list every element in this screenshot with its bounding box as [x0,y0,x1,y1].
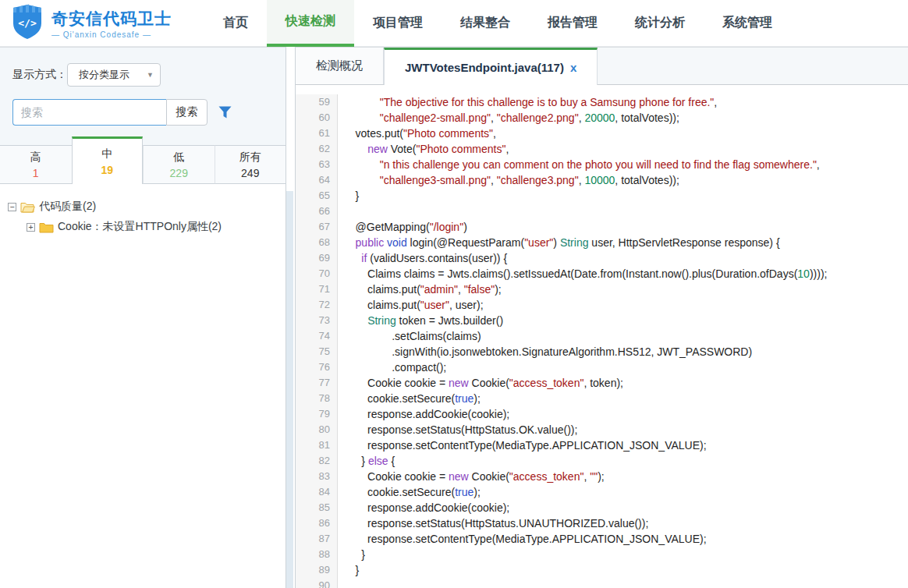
code-line: 64 "challenge3-small.png", "challenge3.p… [296,172,908,188]
line-number: 87 [296,531,338,547]
line-number: 75 [296,344,338,360]
line-number: 82 [296,453,338,469]
close-tab-icon[interactable]: x [570,61,576,74]
collapse-icon[interactable]: − [8,203,16,211]
line-number: 83 [296,469,338,484]
code-line: 87 response.setContentType(MediaType.APP… [296,531,908,547]
code-line: 80 response.setStatus(HttpStatus.OK.valu… [296,422,908,437]
code-line: 72 claims.put("user", user); [296,297,908,313]
line-number: 86 [296,515,338,531]
display-mode-label: 显示方式： [12,68,67,82]
line-number: 85 [296,500,338,515]
code-text: response.setContentType(MediaType.APPLIC… [338,437,707,453]
code-text: Cookie cookie = new Cookie("access_token… [338,375,623,391]
line-number: 69 [296,250,338,266]
line-number: 72 [296,297,338,313]
code-text: response.setContentType(MediaType.APPLIC… [338,531,707,547]
code-line: 73 String token = Jwts.builder() [296,313,908,328]
code-text: } [338,188,359,204]
search-input[interactable] [12,99,166,126]
line-number: 70 [296,266,338,282]
line-number: 76 [296,360,338,375]
sidebar-controls: 显示方式： 按分类显示 ▼ 搜索 [0,48,286,136]
code-line: 85 response.addCookie(cookie); [296,500,908,515]
code-text: Claims claims = Jwts.claims().setIssuedA… [338,266,827,282]
line-number: 65 [296,188,338,204]
line-number: 84 [296,484,338,500]
code-text: response.setStatus(HttpStatus.UNAUTHORIZ… [338,515,648,531]
nav-item-stats[interactable]: 统计分析 [616,0,704,47]
line-number: 79 [296,406,338,422]
code-line: 89 } [296,562,908,578]
code-text: "The objective for this challenge is to … [338,94,717,110]
tree-item-cookie-httponly[interactable]: + Cookie：未设置HTTPOnly属性(2) [8,217,279,237]
line-number: 90 [296,578,338,588]
code-text: response.addCookie(cookie); [338,500,509,515]
code-line: 83 Cookie cookie = new Cookie("access_to… [296,469,908,484]
defect-tree: − 代码质量(2) + Cookie：未设置HTTPOnly属性(2) [0,184,286,588]
panel-gap [286,47,295,588]
filter-funnel-icon[interactable] [218,106,232,119]
line-number: 68 [296,235,338,250]
top-header: </> 奇安信代码卫士 — Qi'anxin Codesafe — 首页 快速检… [0,0,908,47]
code-line: 74 .setClaims(claims) [296,328,908,344]
severity-count-all: 249 [241,167,259,179]
tab-scan-overview[interactable]: 检测概况 [296,48,384,84]
line-number: 60 [296,110,338,126]
severity-count-low: 229 [170,167,188,179]
tree-item-code-quality[interactable]: − 代码质量(2) [8,197,279,217]
tab-jwtvotesendpoint[interactable]: JWTVotesEndpoint.java(117) x [384,48,598,85]
code-text [338,204,343,219]
app-logo[interactable]: </> 奇安信代码卫士 — Qi'anxin Codesafe — [0,4,195,43]
detail-panel: 检测概况 JWTVotesEndpoint.java(117) x 59 "Th… [295,47,908,588]
code-text: public void login(@RequestParam("user") … [338,235,780,250]
main-nav: 首页 快速检测 项目管理 结果整合 报告管理 统计分析 系统管理 [204,0,791,47]
results-sidebar: 显示方式： 按分类显示 ▼ 搜索 高 1 [0,47,286,588]
severity-tab-medium[interactable]: 中 19 [72,136,144,184]
nav-item-project-mgmt[interactable]: 项目管理 [354,0,442,47]
nav-item-system-mgmt[interactable]: 系统管理 [704,0,791,47]
line-number: 81 [296,437,338,453]
code-line: 88 } [296,547,908,562]
line-number: 67 [296,219,338,235]
line-number: 59 [296,94,338,110]
shield-code-icon: </> [11,4,44,43]
code-line: 66 [296,204,908,219]
nav-item-result-merge[interactable]: 结果整合 [442,0,529,47]
code-text: "n this challenge you can comment on the… [338,157,820,172]
document-tabs: 检测概况 JWTVotesEndpoint.java(117) x [296,48,908,85]
severity-tab-low[interactable]: 低 229 [143,145,215,184]
line-number: 89 [296,562,338,578]
line-number: 78 [296,391,338,406]
nav-item-home[interactable]: 首页 [204,0,267,47]
line-number: 74 [296,328,338,344]
code-line: 63 "n this challenge you can comment on … [296,157,908,172]
code-line: 61 votes.put("Photo comments", [296,126,908,141]
app-title: 奇安信代码卫士 [51,8,172,30]
severity-tab-high[interactable]: 高 1 [0,145,72,184]
display-mode-select[interactable]: 按分类显示 ▼ [67,63,161,87]
expand-icon[interactable]: + [27,223,35,232]
severity-tab-all[interactable]: 所有 249 [215,145,286,184]
line-number: 64 [296,172,338,188]
code-text: String token = Jwts.builder() [338,313,503,328]
line-number: 66 [296,204,338,219]
severity-count-medium: 19 [101,164,113,176]
line-number: 73 [296,313,338,328]
folder-icon [39,221,54,233]
code-text: new Vote("Photo comments", [338,141,509,157]
code-text: } [338,562,359,578]
code-text: } [338,547,365,562]
code-line: 84 cookie.setSecure(true); [296,484,908,500]
code-text: cookie.setSecure(true); [338,391,481,406]
code-text: "challenge2-small.png", "challenge2.png"… [338,110,679,126]
code-text: cookie.setSecure(true); [338,484,481,500]
nav-item-quick-scan[interactable]: 快速检测 [267,0,354,47]
code-viewer[interactable]: 59 "The objective for this challenge is … [296,85,908,588]
code-text: .setClaims(claims) [338,328,481,344]
search-button[interactable]: 搜索 [166,99,207,126]
sidebar-scrollbar[interactable] [286,191,293,588]
nav-item-report-mgmt[interactable]: 报告管理 [529,0,616,47]
code-line: 86 response.setStatus(HttpStatus.UNAUTHO… [296,515,908,531]
code-text: votes.put("Photo comments", [338,126,496,141]
